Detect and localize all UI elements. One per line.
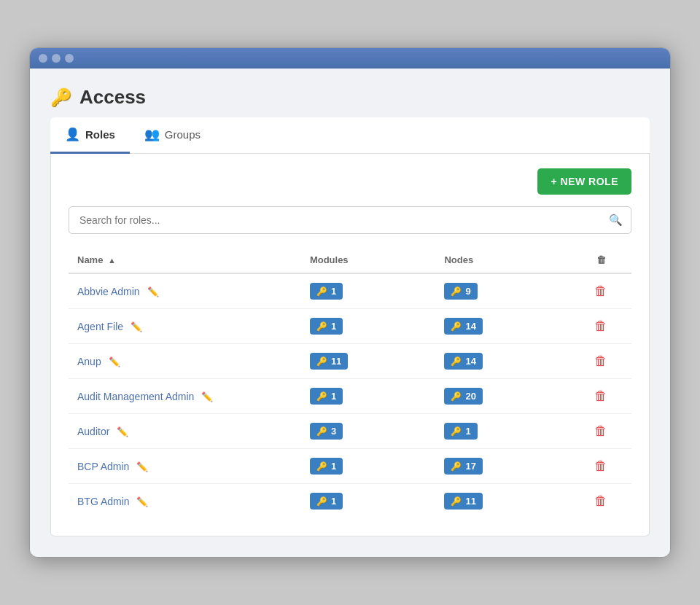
cell-name: Abbvie Admin ✏️ [69, 273, 301, 309]
edit-icon[interactable]: ✏️ [147, 286, 159, 297]
cell-modules: 🔑 1 [301, 379, 436, 414]
main-card: + NEW ROLE 🔍 Name ▲ Modules Nodes [50, 154, 650, 536]
modules-badge[interactable]: 🔑 1 [310, 458, 343, 475]
role-name-link[interactable]: Agent File [77, 321, 123, 332]
cell-name: BCP Admin ✏️ [69, 449, 301, 484]
cell-nodes: 🔑 14 [435, 309, 570, 344]
badge-key-icon: 🔑 [316, 321, 327, 332]
edit-icon[interactable]: ✏️ [109, 356, 120, 367]
dot-3 [65, 54, 74, 63]
col-header-name[interactable]: Name ▲ [69, 247, 301, 273]
cell-modules: 🔑 1 [301, 449, 436, 484]
nodes-count: 14 [465, 321, 475, 332]
col-header-nodes: Nodes [435, 247, 570, 273]
cell-name: Audit Management Admin ✏️ [69, 379, 301, 414]
badge-key-icon: 🔑 [451, 496, 462, 507]
role-name-link[interactable]: Auditor [77, 426, 109, 437]
nodes-badge[interactable]: 🔑 11 [444, 493, 482, 510]
modules-count: 1 [331, 461, 336, 472]
tab-roles-label: Roles [85, 128, 115, 141]
table-row: BCP Admin ✏️ 🔑 1 🔑 17 🗑 [69, 449, 631, 484]
cell-modules: 🔑 11 [301, 344, 436, 379]
modules-count: 11 [331, 356, 341, 367]
cell-name: Anup ✏️ [69, 344, 301, 379]
modules-badge[interactable]: 🔑 3 [310, 423, 343, 440]
badge-key-icon: 🔑 [316, 461, 327, 472]
modules-count: 1 [331, 391, 336, 402]
sort-arrow-icon: ▲ [108, 256, 116, 265]
modules-count: 3 [331, 426, 336, 437]
edit-icon[interactable]: ✏️ [136, 461, 148, 472]
modules-badge[interactable]: 🔑 1 [310, 493, 343, 510]
modules-badge[interactable]: 🔑 1 [310, 318, 343, 335]
titlebar-dots [39, 54, 74, 63]
cell-delete: 🗑 [570, 379, 631, 414]
groups-icon: 👥 [144, 127, 160, 142]
tab-groups-label: Groups [165, 128, 201, 141]
nodes-badge[interactable]: 🔑 17 [444, 458, 482, 475]
cell-nodes: 🔑 9 [435, 273, 570, 309]
delete-icon[interactable]: 🗑 [579, 354, 623, 369]
role-name-link[interactable]: BCP Admin [77, 461, 129, 472]
cell-nodes: 🔑 20 [435, 379, 570, 414]
edit-icon[interactable]: ✏️ [136, 496, 148, 507]
page-header: 🔑 Access [50, 86, 650, 109]
role-name-link[interactable]: Audit Management Admin [77, 391, 194, 402]
cell-nodes: 🔑 17 [435, 449, 570, 484]
nodes-badge[interactable]: 🔑 9 [444, 283, 477, 300]
nodes-count: 14 [465, 356, 475, 367]
table-row: Agent File ✏️ 🔑 1 🔑 14 🗑 [69, 309, 631, 344]
delete-icon[interactable]: 🗑 [579, 389, 623, 404]
delete-icon[interactable]: 🗑 [579, 424, 623, 439]
table-row: BTG Admin ✏️ 🔑 1 🔑 11 🗑 [69, 484, 631, 519]
table-row: Auditor ✏️ 🔑 3 🔑 1 🗑 [69, 414, 631, 449]
nodes-badge[interactable]: 🔑 1 [444, 423, 477, 440]
cell-name: Auditor ✏️ [69, 414, 301, 449]
table-body: Abbvie Admin ✏️ 🔑 1 🔑 9 🗑 Agent File [69, 273, 631, 518]
search-container: 🔍 [69, 206, 631, 234]
dot-1 [39, 54, 47, 63]
nodes-badge[interactable]: 🔑 14 [444, 318, 482, 335]
cell-name: Agent File ✏️ [69, 309, 301, 344]
modules-badge[interactable]: 🔑 11 [310, 353, 348, 370]
cell-nodes: 🔑 14 [435, 344, 570, 379]
nodes-badge[interactable]: 🔑 20 [444, 388, 482, 405]
modules-badge[interactable]: 🔑 1 [310, 283, 343, 300]
modules-badge[interactable]: 🔑 1 [310, 388, 343, 405]
cell-delete: 🗑 [570, 484, 631, 519]
edit-icon[interactable]: ✏️ [131, 321, 142, 332]
badge-key-icon: 🔑 [451, 286, 462, 297]
cell-delete: 🗑 [570, 449, 631, 484]
table-row: Audit Management Admin ✏️ 🔑 1 🔑 20 🗑 [69, 379, 631, 414]
page-title: Access [79, 86, 146, 109]
search-input[interactable] [69, 206, 631, 234]
key-icon: 🔑 [50, 87, 72, 108]
window-content: 🔑 Access 👤 Roles 👥 Groups + NEW ROLE 🔍 [30, 69, 670, 557]
delete-icon[interactable]: 🗑 [579, 284, 623, 299]
badge-key-icon: 🔑 [316, 356, 327, 367]
role-name-link[interactable]: Anup [77, 356, 101, 367]
nodes-badge[interactable]: 🔑 14 [444, 353, 482, 370]
dot-2 [52, 54, 61, 63]
role-name-link[interactable]: BTG Admin [77, 496, 130, 507]
badge-key-icon: 🔑 [451, 321, 462, 332]
badge-key-icon: 🔑 [316, 391, 327, 402]
cell-modules: 🔑 1 [301, 484, 436, 519]
search-button[interactable]: 🔍 [609, 214, 623, 227]
role-name-link[interactable]: Abbvie Admin [77, 286, 140, 297]
delete-icon[interactable]: 🗑 [579, 319, 623, 334]
new-role-button[interactable]: + NEW ROLE [537, 168, 631, 195]
tab-groups[interactable]: 👥 Groups [130, 117, 215, 154]
nodes-count: 20 [465, 391, 475, 402]
tab-roles[interactable]: 👤 Roles [50, 117, 130, 154]
cell-modules: 🔑 3 [301, 414, 436, 449]
table-row: Abbvie Admin ✏️ 🔑 1 🔑 9 🗑 [69, 273, 631, 309]
edit-icon[interactable]: ✏️ [117, 426, 128, 437]
edit-icon[interactable]: ✏️ [201, 391, 213, 402]
delete-icon[interactable]: 🗑 [579, 458, 623, 474]
table-header-row: Name ▲ Modules Nodes 🗑 [69, 247, 631, 273]
main-window: 🔑 Access 👤 Roles 👥 Groups + NEW ROLE 🔍 [29, 47, 671, 558]
cell-nodes: 🔑 11 [435, 484, 570, 519]
delete-icon[interactable]: 🗑 [579, 493, 623, 509]
roles-icon: 👤 [65, 127, 80, 142]
